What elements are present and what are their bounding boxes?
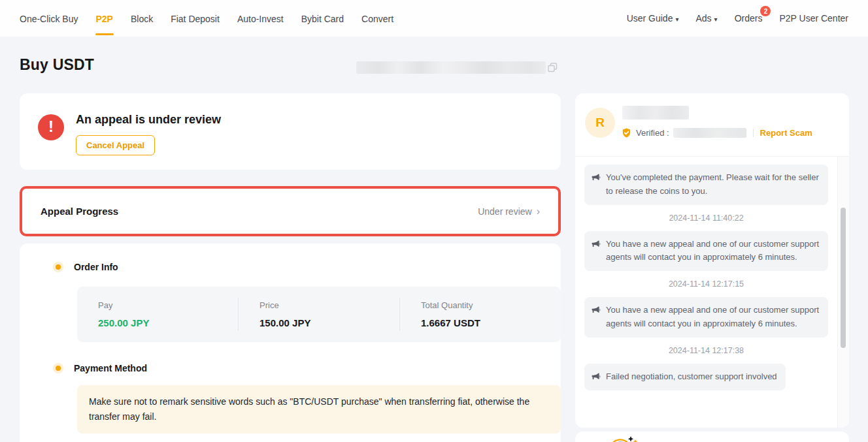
- nav-ads-label: Ads: [695, 13, 711, 24]
- redacted-verified-name: [673, 128, 746, 138]
- cancel-appeal-button[interactable]: Cancel Appeal: [76, 135, 155, 155]
- chat-header: R Verified : Report Scam: [575, 93, 849, 157]
- nav-auto-invest[interactable]: Auto-Invest: [237, 1, 284, 35]
- orders-count-badge: 2: [760, 6, 771, 16]
- chat-timestamp: 2024-11-14 12:17:38: [584, 346, 828, 355]
- nav-bybit-card[interactable]: Bybit Card: [301, 1, 344, 35]
- pay-label: Pay: [98, 300, 217, 310]
- redacted-counterparty-name: [622, 106, 689, 119]
- total-quantity-label: Total Quantity: [421, 300, 540, 310]
- order-info-title: Order Info: [74, 262, 118, 272]
- report-scam-link[interactable]: Report Scam: [760, 128, 812, 138]
- order-details-card: Order Info Pay 250.00 JPY Price 150.00 J…: [20, 244, 561, 442]
- verified-label: Verified :: [636, 128, 669, 138]
- chevron-down-icon: ▾: [675, 16, 678, 23]
- appeal-card-content: An appeal is under review Cancel Appeal: [76, 113, 221, 150]
- verified-shield-icon: [621, 127, 632, 138]
- appeal-review-card: ! An appeal is under review Cancel Appea…: [20, 93, 561, 170]
- payment-method-section-header: Payment Method: [56, 363, 541, 373]
- megaphone-icon: [592, 372, 601, 381]
- megaphone-icon: [592, 306, 601, 315]
- nav-fiat-deposit[interactable]: Fiat Deposit: [171, 1, 220, 35]
- nav-orders[interactable]: Orders 2: [735, 12, 763, 24]
- system-message: You have a new appeal and one of our cus…: [584, 231, 828, 272]
- nav-orders-label: Orders: [735, 13, 763, 24]
- chat-panel: R Verified : Report Scam You've complete…: [575, 93, 849, 428]
- nav-one-click-buy[interactable]: One-Click Buy: [20, 1, 78, 35]
- system-message: Failed negotiation, customer support inv…: [584, 364, 786, 390]
- bullet-dot-icon: [56, 264, 61, 270]
- price-value: 150.00 JPY: [259, 317, 378, 328]
- appeal-progress-status[interactable]: Under review ›: [478, 206, 540, 217]
- order-quantity-column: Total Quantity 1.6667 USDT: [399, 298, 561, 331]
- copy-icon[interactable]: [548, 63, 558, 72]
- chat-footer-card: [575, 432, 849, 442]
- megaphone-icon: [592, 240, 601, 249]
- divider: [753, 129, 754, 137]
- nav-user-guide[interactable]: User Guide▾: [627, 13, 679, 24]
- system-message-text: You've completed the payment. Please wai…: [606, 171, 820, 198]
- system-message: You've completed the payment. Please wai…: [584, 165, 828, 205]
- pay-value: 250.00 JPY: [98, 317, 217, 328]
- payment-warning-banner: Make sure not to remark sensitive words …: [77, 385, 561, 434]
- verified-row: Verified : Report Scam: [621, 127, 812, 138]
- price-label: Price: [259, 300, 378, 310]
- redacted-order-number: [356, 61, 546, 74]
- chevron-right-icon: ›: [537, 206, 540, 217]
- chat-scrollbar-thumb[interactable]: [841, 208, 846, 348]
- appeal-progress-row[interactable]: Appeal Progress Under review ›: [20, 186, 561, 236]
- nav-left-group: One-Click Buy P2P Block Fiat Deposit Aut…: [20, 1, 393, 35]
- smiley-illustration-icon: [608, 435, 638, 442]
- order-price-column: Price 150.00 JPY: [238, 298, 399, 331]
- payment-method-title: Payment Method: [74, 363, 147, 373]
- system-message-text: You have a new appeal and one of our cus…: [606, 238, 820, 265]
- nav-block[interactable]: Block: [131, 1, 153, 35]
- total-quantity-value: 1.6667 USDT: [421, 317, 540, 328]
- appeal-progress-label: Appeal Progress: [41, 206, 118, 217]
- nav-ads[interactable]: Ads▾: [695, 13, 717, 24]
- order-pay-column: Pay 250.00 JPY: [77, 298, 238, 331]
- chat-timestamp: 2024-11-14 12:17:15: [584, 279, 828, 289]
- nav-right-group: User Guide▾ Ads▾ Orders 2 P2P User Cente…: [627, 12, 848, 24]
- bullet-dot-icon: [56, 366, 61, 371]
- alert-exclamation-icon: !: [38, 114, 64, 140]
- page-title: Buy USDT: [20, 56, 94, 74]
- system-message-text: You have a new appeal and one of our cus…: [606, 304, 820, 331]
- order-info-box: Pay 250.00 JPY Price 150.00 JPY Total Qu…: [77, 287, 561, 342]
- appeal-status-text: Under review: [478, 206, 531, 217]
- nav-convert[interactable]: Convert: [361, 1, 393, 35]
- chevron-down-icon: ▾: [714, 16, 718, 23]
- chat-timestamp: 2024-11-14 11:40:22: [584, 213, 828, 223]
- megaphone-icon: [592, 173, 601, 182]
- chat-message-list: You've completed the payment. Please wai…: [575, 157, 837, 428]
- nav-p2p[interactable]: P2P: [95, 1, 112, 35]
- nav-p2p-user-center[interactable]: P2P User Center: [779, 13, 848, 24]
- nav-user-guide-label: User Guide: [627, 13, 673, 24]
- system-message-text: Failed negotiation, customer support inv…: [606, 370, 777, 384]
- appeal-title: An appeal is under review: [76, 113, 221, 127]
- top-navigation: One-Click Buy P2P Block Fiat Deposit Aut…: [0, 0, 868, 37]
- counterparty-avatar[interactable]: R: [585, 108, 615, 138]
- order-info-section-header: Order Info: [56, 262, 541, 272]
- system-message: You have a new appeal and one of our cus…: [584, 297, 828, 338]
